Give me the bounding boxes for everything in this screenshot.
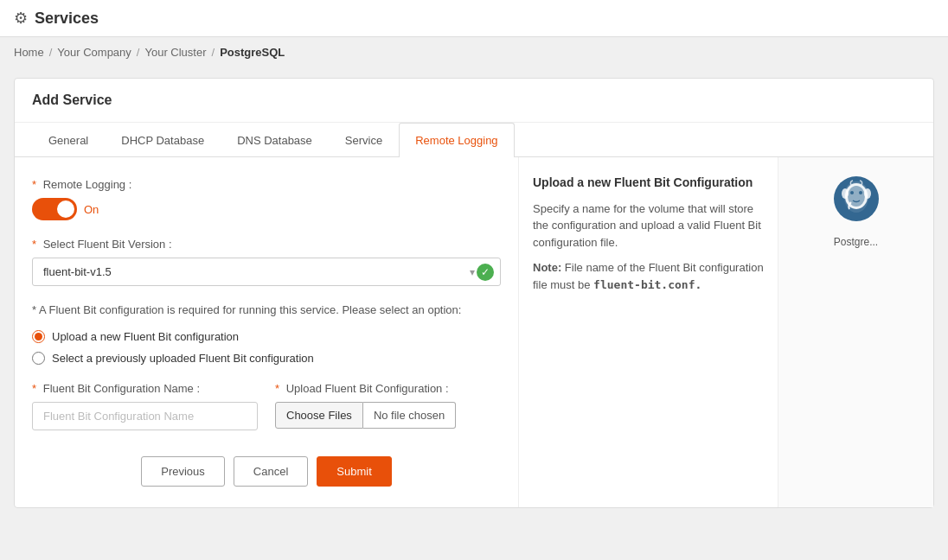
upload-config-label: * Upload Fluent Bit Configuration : (275, 382, 501, 395)
sidebar-section: Postgre... (778, 157, 933, 507)
required-star-1: * (32, 178, 36, 191)
breadcrumb-sep-2: / (137, 46, 140, 59)
previous-button[interactable]: Previous (141, 456, 225, 487)
radio-select-existing-input[interactable] (32, 352, 45, 365)
cancel-button[interactable]: Cancel (234, 456, 308, 487)
tabs-bar: General DHCP Database DNS Database Servi… (15, 123, 933, 157)
fluent-bit-version-field: * Select Fluent Bit Version : fluent-bit… (32, 238, 501, 286)
breadcrumb-home[interactable]: Home (14, 46, 44, 59)
select-wrapper: fluent-bit-v1.5 ▾ ✓ (32, 258, 501, 286)
card-header: Add Service (15, 79, 933, 123)
card-title: Add Service (32, 92, 916, 108)
file-input-wrapper: Choose Files No file chosen (275, 402, 501, 429)
no-file-chosen-label: No file chosen (363, 402, 456, 429)
content-area: * Remote Logging : On * Select Fluent Bi… (15, 157, 933, 507)
radio-group: Upload a new Fluent Bit configuration Se… (32, 330, 501, 365)
main-card: Add Service General DHCP Database DNS Da… (14, 78, 934, 508)
toggle-container: On (32, 198, 501, 220)
form-section: * Remote Logging : On * Select Fluent Bi… (15, 157, 518, 507)
note-label: Note: (533, 261, 561, 274)
app-title: Services (35, 10, 99, 28)
radio-select-existing[interactable]: Select a previously uploaded Fluent Bit … (32, 352, 501, 365)
info-panel-description: Specify a name for the volume that will … (533, 200, 764, 251)
two-col-fields: * Fluent Bit Configuration Name : * Uplo… (32, 382, 501, 430)
breadcrumb-cluster[interactable]: Your Cluster (144, 46, 206, 59)
breadcrumb-company[interactable]: Your Company (57, 46, 131, 59)
required-star-4: * (275, 382, 279, 395)
action-row: Previous Cancel Submit (32, 456, 501, 487)
submit-button[interactable]: Submit (317, 456, 391, 487)
tab-remote-logging[interactable]: Remote Logging (399, 123, 514, 157)
breadcrumb-current: PostgreSQL (220, 46, 285, 59)
radio-group-field: Upload a new Fluent Bit configuration Se… (32, 330, 501, 365)
postgres-label: Postgre... (834, 236, 878, 248)
remote-logging-field: * Remote Logging : On (32, 178, 501, 220)
tab-service[interactable]: Service (329, 123, 399, 157)
remote-logging-label: * Remote Logging : (32, 178, 501, 191)
upload-config-col: * Upload Fluent Bit Configuration : Choo… (275, 382, 501, 429)
gear-icon: ⚙ (14, 9, 28, 28)
breadcrumb-sep-3: / (212, 46, 215, 59)
breadcrumb-sep-1: / (49, 46, 53, 59)
svg-point-5 (859, 191, 862, 194)
config-name-col: * Fluent Bit Configuration Name : (32, 382, 258, 430)
radio-upload-new-label: Upload a new Fluent Bit configuration (52, 330, 239, 343)
postgresql-logo-icon (832, 175, 881, 223)
config-required-text: * A Fluent Bit configuration is required… (32, 303, 501, 316)
breadcrumb: Home / Your Company / Your Cluster / Pos… (0, 37, 948, 67)
fluent-bit-version-label: * Select Fluent Bit Version : (32, 238, 501, 251)
svg-point-7 (864, 188, 871, 199)
fluent-bit-version-select[interactable]: fluent-bit-v1.5 (32, 258, 501, 286)
info-panel: Upload a new Fluent Bit Configuration Sp… (518, 157, 778, 507)
choose-files-button[interactable]: Choose Files (275, 402, 363, 429)
required-star-2: * (32, 238, 36, 251)
config-name-input[interactable] (32, 402, 258, 430)
tab-general[interactable]: General (32, 123, 105, 157)
info-panel-note: Note: File name of the Fluent Bit config… (533, 259, 764, 293)
toggle-on-label: On (84, 203, 99, 216)
svg-point-6 (842, 188, 849, 199)
remote-logging-toggle[interactable] (32, 198, 77, 220)
tab-dns-database[interactable]: DNS Database (221, 123, 329, 157)
config-name-label: * Fluent Bit Configuration Name : (32, 382, 258, 395)
check-icon: ✓ (477, 264, 494, 281)
svg-point-4 (850, 191, 854, 194)
radio-select-existing-label: Select a previously uploaded Fluent Bit … (52, 352, 314, 365)
radio-upload-new[interactable]: Upload a new Fluent Bit configuration (32, 330, 501, 343)
app-header: ⚙ Services (0, 0, 948, 37)
tab-dhcp-database[interactable]: DHCP Database (105, 123, 221, 157)
required-star-3: * (32, 382, 36, 395)
info-panel-title: Upload a new Fluent Bit Configuration (533, 175, 764, 192)
radio-upload-new-input[interactable] (32, 330, 45, 343)
postgres-logo-container (832, 175, 881, 226)
note-filename: fluent-bit.conf. (593, 278, 701, 291)
